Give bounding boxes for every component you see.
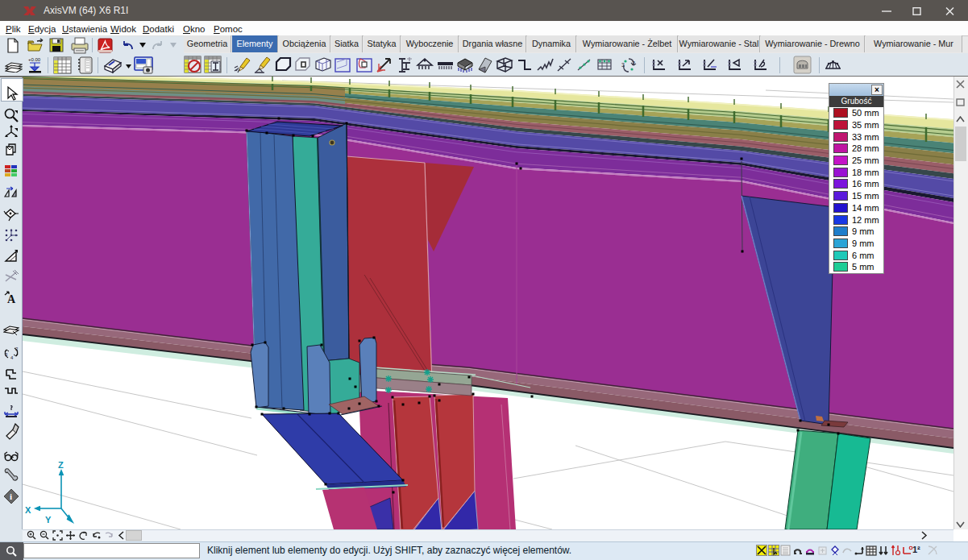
svg-text:i: i <box>10 492 12 501</box>
svg-text:X: X <box>25 505 31 515</box>
svg-text:Z: Z <box>58 460 64 470</box>
svg-text:+0.00: +0.00 <box>28 57 41 62</box>
svg-text:A: A <box>7 293 16 305</box>
svg-text:2: 2 <box>632 60 635 66</box>
svg-text:2: 2 <box>15 346 19 351</box>
svg-text:3: 3 <box>5 352 8 357</box>
svg-text:Y: Y <box>45 515 52 525</box>
svg-text:3: 3 <box>621 62 625 68</box>
svg-text:4: 4 <box>10 355 14 360</box>
